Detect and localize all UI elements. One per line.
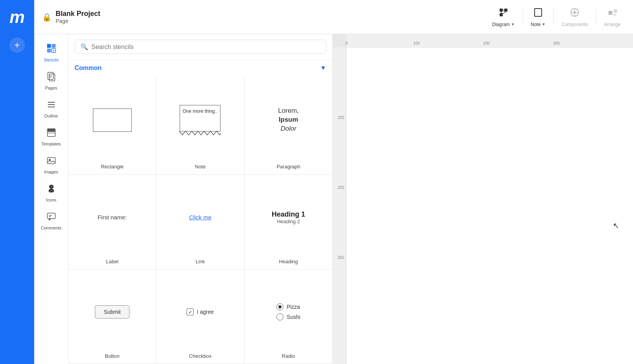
link-preview-text: Click me: [189, 214, 212, 220]
stencil-heading[interactable]: Heading 1 Heading 2 Heading: [245, 175, 332, 269]
search-icon: 🔍: [80, 43, 88, 51]
note-tool[interactable]: Note ▼: [526, 4, 550, 30]
paragraph-preview: Lorem, Ipsum Dolor: [248, 81, 329, 159]
svg-rect-1: [504, 9, 507, 12]
sidebar-item-images[interactable]: Images: [36, 151, 67, 179]
templates-icon: [46, 128, 56, 140]
radio-circle-2: [276, 313, 283, 320]
search-bar: 🔍: [68, 34, 332, 60]
svg-rect-11: [613, 13, 616, 16]
components-tool[interactable]: Components: [557, 4, 593, 30]
sidebar-item-outline[interactable]: Outline: [36, 95, 67, 123]
svg-text:T: T: [52, 49, 54, 52]
checkbox-preview: ✓ I agree: [159, 276, 241, 348]
link-preview: Click me: [159, 181, 241, 254]
note-preview-text: One more thing..: [180, 105, 220, 116]
stencil-checkbox[interactable]: ✓ I agree Checkbox: [156, 270, 244, 364]
para-line2: Ipsum: [278, 116, 299, 124]
diagram-icon: [498, 7, 509, 20]
ruler-v-tick-300: 300: [337, 256, 344, 260]
add-button[interactable]: +: [9, 37, 25, 53]
ruler-h-tick-300: 300: [553, 41, 560, 47]
stencil-rectangle[interactable]: Rectangle: [68, 75, 156, 175]
diagram-tool[interactable]: Diagram ▼: [488, 4, 519, 30]
stencil-link[interactable]: Click me Link: [156, 175, 244, 269]
ruler-h-tick-100: 100: [413, 41, 420, 47]
content-area: T Stencils Pages: [34, 34, 633, 364]
svg-rect-14: [47, 49, 51, 52]
sidebar-item-comments[interactable]: Comments: [36, 207, 67, 235]
svg-point-8: [574, 11, 576, 14]
svg-rect-13: [52, 44, 56, 48]
header-tools: Diagram ▼ Note ▼: [488, 4, 625, 30]
brand-bar: m +: [0, 0, 34, 364]
tool-divider-3: [596, 9, 596, 25]
sidebar-icons: T Stencils Pages: [34, 34, 68, 364]
stencil-radio[interactable]: Pizza Sushi Radio: [245, 270, 332, 364]
svg-rect-10: [614, 9, 617, 12]
radio-circle-1: [276, 303, 283, 310]
radio-option2: Sushi: [287, 314, 300, 320]
stencils-icon: T: [46, 43, 57, 56]
sidebar-item-stencils[interactable]: T Stencils: [36, 38, 67, 67]
svg-rect-0: [500, 9, 503, 12]
heading-preview: Heading 1 Heading 2: [248, 181, 329, 254]
arrange-tool[interactable]: Arrange: [599, 4, 625, 30]
svg-rect-18: [49, 74, 55, 81]
templates-label: Templates: [41, 142, 61, 146]
comments-label: Comments: [41, 226, 61, 230]
diagram-chevron: ▼: [511, 22, 515, 26]
note-label: Note: [531, 22, 540, 27]
stencil-label[interactable]: First name: Label: [68, 175, 156, 269]
button-preview-text: Submit: [95, 305, 130, 318]
search-input-wrap: 🔍: [75, 40, 326, 54]
note-preview: One more thing..: [159, 81, 241, 159]
images-icon: [46, 156, 56, 168]
button-name: Button: [105, 353, 120, 359]
svg-rect-29: [47, 213, 55, 219]
stencil-button[interactable]: Submit Button: [68, 270, 156, 364]
outline-label: Outline: [44, 114, 58, 118]
canvas-white[interactable]: [346, 47, 633, 364]
ruler-h-tick-0: 0: [345, 41, 348, 47]
section-header-common[interactable]: Common ▼: [68, 60, 332, 75]
section-title: Common: [75, 65, 101, 72]
stencil-paragraph[interactable]: Lorem, Ipsum Dolor Paragraph: [245, 75, 332, 175]
note-chevron: ▼: [542, 22, 546, 26]
heading1-text: Heading 1: [272, 210, 305, 219]
radio-preview: Pizza Sushi: [248, 276, 329, 348]
sidebar-item-icons[interactable]: Icons: [36, 179, 67, 207]
ruler-h-tick-200: 200: [483, 41, 490, 47]
radio-name: Radio: [282, 353, 295, 359]
ruler-top: 0 100 200 300: [346, 34, 633, 47]
svg-rect-27: [47, 158, 55, 164]
comments-icon: [46, 212, 56, 224]
label-preview-text: First name:: [98, 214, 127, 220]
components-icon: [569, 7, 580, 20]
project-page: Page: [56, 18, 100, 24]
canvas-area[interactable]: 0 100 200 300 100 200 300 ↖: [333, 34, 633, 364]
brand-logo: m: [0, 0, 34, 34]
arrange-icon: [607, 7, 618, 20]
rectangle-preview: [72, 81, 153, 159]
note-icon: [533, 7, 544, 20]
icons-label: Icons: [46, 198, 56, 202]
svg-rect-25: [47, 129, 55, 132]
tool-divider-2: [553, 9, 554, 25]
project-title: Blank Project: [56, 10, 100, 18]
section-chevron: ▼: [320, 65, 326, 72]
sidebar-item-pages[interactable]: Pages: [36, 67, 67, 95]
ruler-left: 100 200 300: [333, 47, 346, 364]
checkbox-label: I agree: [197, 309, 214, 315]
ruler-v-tick-200: 200: [337, 186, 344, 190]
header: 🔒 Blank Project Page: [34, 0, 633, 34]
search-input[interactable]: [91, 44, 320, 51]
pages-label: Pages: [45, 86, 57, 90]
project-info: Blank Project Page: [56, 10, 100, 24]
stencil-note[interactable]: One more thing.. Note: [156, 75, 244, 175]
para-line1: Lorem,: [278, 107, 299, 116]
sidebar-item-templates[interactable]: Templates: [36, 123, 67, 151]
label-name: Label: [106, 259, 119, 264]
components-label: Components: [561, 22, 588, 27]
paragraph-name: Paragraph: [276, 164, 300, 170]
